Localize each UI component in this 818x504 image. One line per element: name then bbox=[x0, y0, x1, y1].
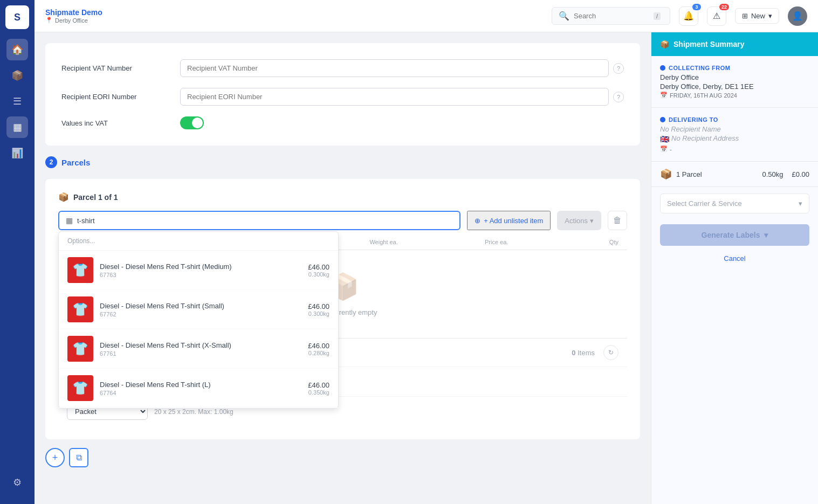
search-input[interactable] bbox=[574, 12, 649, 20]
form-area: Recipient VAT Number ? Recipient EORI Nu… bbox=[35, 32, 651, 504]
search-bar[interactable]: 🔍 / bbox=[552, 7, 670, 25]
product-name-0: Diesel - Diesel Mens Red T-shirt (Medium… bbox=[100, 263, 301, 271]
app-logo[interactable]: S bbox=[5, 5, 29, 29]
actions-button[interactable]: Actions ▾ bbox=[557, 211, 601, 230]
eori-input[interactable] bbox=[180, 88, 609, 106]
notifications-badge: 3 bbox=[692, 4, 701, 10]
product-info-2: Diesel - Diesel Mens Red T-shirt (X-Smal… bbox=[100, 341, 301, 357]
user-avatar[interactable]: 👤 bbox=[788, 6, 807, 26]
parcels-section-label: Parcels bbox=[61, 158, 90, 167]
generate-labels-button[interactable]: Generate Labels ▾ bbox=[660, 224, 809, 246]
settings-icon[interactable]: ⚙ bbox=[6, 472, 28, 493]
product-sku-2: 67761 bbox=[100, 350, 301, 357]
vat-row: Recipient VAT Number ? bbox=[61, 59, 624, 77]
product-info-1: Diesel - Diesel Mens Red T-shirt (Small)… bbox=[100, 302, 301, 317]
search-kbd: / bbox=[654, 12, 661, 20]
customs-form-card: Recipient VAT Number ? Recipient EORI Nu… bbox=[45, 43, 640, 146]
parcel-icon: 📦 bbox=[58, 192, 69, 202]
sidebar-item-box[interactable]: 📦 bbox=[6, 65, 28, 86]
delivering-section: DELIVERING TO No Recipient Name 🇬🇧 No Re… bbox=[651, 108, 818, 162]
parcel-card: 📦 Parcel 1 of 1 ▦ ⊕ + Add unlisted item bbox=[45, 179, 640, 439]
alerts-badge: 22 bbox=[719, 4, 729, 10]
sidebar-item-chart[interactable]: 📊 bbox=[6, 142, 28, 164]
alerts-button[interactable]: ⚠ 22 bbox=[707, 6, 726, 26]
barcode-icon: ▦ bbox=[66, 216, 73, 225]
new-chevron-icon: ▾ bbox=[768, 12, 772, 20]
eori-help-icon[interactable]: ? bbox=[613, 92, 624, 102]
product-sku-1: 67762 bbox=[100, 311, 301, 317]
sidebar-item-home[interactable]: 🏠 bbox=[6, 39, 28, 60]
brand: Shipmate Demo 📍 Derby Office bbox=[45, 8, 102, 24]
vat-input-wrap: ? bbox=[180, 59, 624, 77]
new-icon: ⊞ bbox=[742, 12, 748, 20]
collecting-address: Derby Office, Derby, DE1 1EE bbox=[660, 82, 809, 91]
sidebar: S 🏠 📦 ☰ ▦ 📊 ⚙ bbox=[0, 0, 35, 504]
search-icon: 🔍 bbox=[559, 11, 569, 21]
cancel-link[interactable]: Cancel bbox=[651, 250, 818, 267]
item-search-container: ▦ ⊕ + Add unlisted item Actions ▾ 🗑 bbox=[58, 211, 627, 230]
duplicate-parcel-button[interactable]: ⧉ bbox=[69, 448, 88, 467]
actions-chevron-icon: ▾ bbox=[590, 217, 594, 225]
collecting-name: Derby Office bbox=[660, 73, 809, 81]
topnav: Shipmate Demo 📍 Derby Office 🔍 / 🔔 3 ⚠ 2… bbox=[35, 0, 818, 32]
col-qty: Qty bbox=[508, 239, 618, 245]
add-parcel-button[interactable]: + bbox=[45, 448, 65, 467]
notifications-button[interactable]: 🔔 3 bbox=[679, 6, 698, 26]
search-dropdown: Options... 👕 Diesel - Diesel Mens Red T-… bbox=[58, 231, 339, 409]
product-image-1: 👕 bbox=[67, 296, 93, 322]
item-search-box[interactable]: ▦ bbox=[58, 211, 460, 230]
product-name-1: Diesel - Diesel Mens Red T-shirt (Small) bbox=[100, 302, 301, 310]
dropdown-item-1[interactable]: 👕 Diesel - Diesel Mens Red T-shirt (Smal… bbox=[59, 290, 338, 329]
delete-button[interactable]: 🗑 bbox=[608, 211, 627, 230]
col-price: Price ea. bbox=[398, 239, 508, 245]
shipment-icon: 📦 bbox=[660, 40, 669, 49]
parcel-summary-row: 📦 1 Parcel 0.50kg £0.00 bbox=[651, 162, 818, 187]
parcel-summary-price: £0.00 bbox=[792, 170, 809, 178]
values-inc-vat-toggle[interactable] bbox=[180, 116, 204, 129]
package-dims: 20 x 25 x 2cm. Max: 1.00kg bbox=[154, 408, 233, 416]
eori-label: Recipient EORI Number bbox=[61, 93, 180, 101]
total-items: 0 Items bbox=[572, 349, 595, 357]
sidebar-item-barcode[interactable]: ▦ bbox=[6, 116, 28, 138]
content-area: Recipient VAT Number ? Recipient EORI Nu… bbox=[35, 32, 818, 504]
refresh-button[interactable]: ↻ bbox=[603, 345, 618, 360]
sidebar-item-list[interactable]: ☰ bbox=[6, 91, 28, 112]
brand-name: Shipmate Demo bbox=[45, 8, 102, 17]
item-search-row: ▦ ⊕ + Add unlisted item Actions ▾ 🗑 bbox=[58, 211, 627, 230]
product-image-0: 👕 bbox=[67, 257, 93, 283]
item-search-input[interactable] bbox=[77, 217, 453, 225]
product-image-3: 👕 bbox=[67, 375, 93, 401]
delivering-address: 🇬🇧 No Recipient Address bbox=[660, 134, 809, 143]
bottom-actions: + ⧉ bbox=[45, 448, 640, 467]
product-price-0: £46.00 0.300kg bbox=[308, 263, 329, 278]
delivering-name: No Recipient Name bbox=[660, 125, 809, 133]
select-carrier-dropdown[interactable]: Select Carrier & Service ▾ bbox=[660, 194, 809, 213]
new-button[interactable]: ⊞ New ▾ bbox=[735, 8, 779, 24]
dropdown-item-2[interactable]: 👕 Diesel - Diesel Mens Red T-shirt (X-Sm… bbox=[59, 329, 338, 369]
dropdown-options-label: Options... bbox=[59, 232, 338, 251]
generate-chevron-icon: ▾ bbox=[764, 231, 768, 239]
shipment-summary-panel: 📦 Shipment Summary COLLECTING FROM Derby… bbox=[651, 32, 818, 504]
main-container: Shipmate Demo 📍 Derby Office 🔍 / 🔔 3 ⚠ 2… bbox=[35, 0, 818, 504]
eori-input-wrap: ? bbox=[180, 88, 624, 106]
parcels-section-heading: 2 Parcels bbox=[45, 156, 640, 168]
product-image-2: 👕 bbox=[67, 336, 93, 362]
collecting-section: COLLECTING FROM Derby Office Derby Offic… bbox=[651, 56, 818, 108]
calendar-icon-deliver: 📅 bbox=[660, 146, 668, 153]
dropdown-item-3[interactable]: 👕 Diesel - Diesel Mens Red T-shirt (L) 6… bbox=[59, 369, 338, 408]
values-inc-vat-label: Values inc VAT bbox=[61, 119, 180, 127]
product-price-3: £46.00 0.350kg bbox=[308, 381, 329, 396]
product-price-1: £46.00 0.300kg bbox=[308, 302, 329, 317]
add-unlisted-button[interactable]: ⊕ + Add unlisted item bbox=[467, 211, 551, 230]
product-sku-3: 67764 bbox=[100, 390, 301, 396]
parcel-summary-label: 1 Parcel bbox=[676, 170, 758, 178]
panel-header: 📦 Shipment Summary bbox=[651, 32, 818, 56]
parcel-header: 📦 Parcel 1 of 1 bbox=[58, 192, 627, 202]
vat-label: Recipient VAT Number bbox=[61, 64, 180, 72]
dropdown-item-0[interactable]: 👕 Diesel - Diesel Mens Red T-shirt (Medi… bbox=[59, 251, 338, 290]
carrier-chevron-icon: ▾ bbox=[799, 199, 802, 208]
vat-help-icon[interactable]: ? bbox=[613, 63, 624, 74]
vat-input[interactable] bbox=[180, 59, 609, 77]
delivering-label: DELIVERING TO bbox=[660, 116, 809, 123]
product-name-3: Diesel - Diesel Mens Red T-shirt (L) bbox=[100, 381, 301, 389]
